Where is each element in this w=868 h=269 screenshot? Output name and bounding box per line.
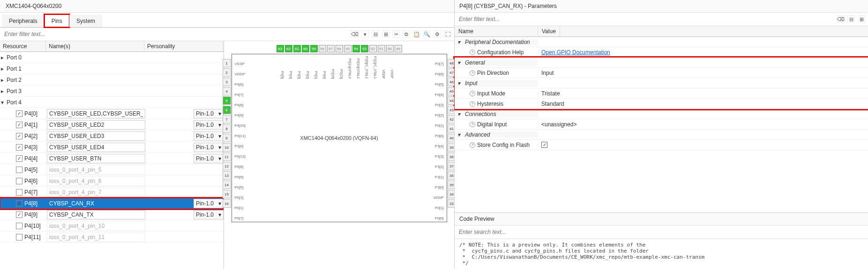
personality-select[interactable]: Pin-1.0▾	[194, 143, 224, 152]
chip-pin[interactable]: 15	[223, 190, 231, 198]
chip-pin[interactable]: 40	[448, 134, 455, 142]
col-name[interactable]: Name(s)	[46, 41, 144, 51]
chip-pin[interactable]: 57	[327, 45, 335, 52]
chip-pin[interactable]: 63	[277, 45, 284, 52]
val-input-mode[interactable]: Tristate	[538, 90, 868, 97]
chip-pin[interactable]: 11	[223, 153, 231, 161]
pin-row[interactable]: P4[6]	[0, 175, 224, 187]
pin-row[interactable]: ✓P4[9]Pin-1.0▾	[0, 209, 224, 220]
help-icon[interactable]: ?	[470, 142, 475, 148]
chip-pin[interactable]: 36	[448, 171, 455, 180]
pin-checkbox[interactable]: ✓	[16, 110, 22, 117]
paste-icon[interactable]: 📋	[413, 30, 420, 38]
param-col-name[interactable]: Name	[455, 26, 538, 36]
chip-pin[interactable]: 4	[223, 87, 231, 95]
pin-row[interactable]: ✓P4[2]Pin-1.0▾	[0, 131, 224, 142]
port-row[interactable]: ▸ Port 3	[0, 86, 224, 97]
chip-pin[interactable]: 43	[448, 106, 455, 114]
chip-pin[interactable]: 13	[223, 171, 231, 180]
pin-name-input[interactable]	[47, 221, 145, 231]
chip-pin[interactable]: 49	[395, 45, 402, 52]
section-advanced[interactable]: Advanced	[465, 131, 490, 138]
help-icon[interactable]: ?	[470, 70, 475, 76]
tab-pins[interactable]: Pins	[45, 15, 69, 27]
pin-name-input[interactable]	[47, 199, 145, 208]
open-gpio-doc-link[interactable]: Open GPIO Documentation	[541, 49, 610, 56]
personality-select[interactable]: Pin-1.0▾	[194, 109, 224, 118]
pin-row[interactable]: ✓P4[1]Pin-1.0▾	[0, 119, 224, 131]
personality-select[interactable]: Pin-1.0▾	[194, 154, 224, 163]
cut-icon[interactable]: ✂	[392, 30, 400, 38]
copy-icon[interactable]: ⧉	[403, 30, 410, 38]
chip-pin[interactable]: 59	[310, 45, 318, 52]
chip-pin[interactable]: 46	[448, 78, 455, 86]
pin-row[interactable]: ✓P4[8]Pin-1.0▾	[0, 198, 224, 209]
chip-pin[interactable]: 56	[336, 45, 343, 52]
pin-checkbox[interactable]: ✓	[16, 122, 22, 128]
chip-pin[interactable]: 48	[448, 59, 455, 67]
pin-name-input[interactable]	[47, 120, 145, 130]
help-icon[interactable]: ?	[470, 91, 475, 96]
personality-select[interactable]: Pin-1.0▾	[194, 199, 224, 208]
chip-pin[interactable]: 50	[386, 45, 394, 52]
chip-pin[interactable]: 5	[223, 96, 231, 105]
pin-checkbox[interactable]	[16, 223, 22, 229]
pin-checkbox[interactable]: ✓	[16, 155, 22, 162]
chip-pin[interactable]: 16	[223, 199, 231, 208]
pin-name-input[interactable]	[47, 143, 145, 152]
personality-select[interactable]: Pin-1.0▾	[194, 120, 224, 130]
chip-pin[interactable]: 35	[448, 181, 455, 189]
params-filter-input[interactable]	[457, 15, 835, 24]
chip-pin[interactable]: 41	[448, 124, 455, 133]
chip-pin[interactable]: 55	[344, 45, 352, 52]
chip-pin[interactable]: 42	[448, 115, 455, 124]
pin-row[interactable]: P4[5]	[0, 164, 224, 175]
chip-pin[interactable]: 33	[448, 199, 455, 208]
search-icon[interactable]: 🔍	[423, 30, 431, 38]
chip-pin[interactable]: 38	[448, 153, 455, 161]
port-row[interactable]: ▾ Port 4	[0, 97, 224, 108]
personality-select[interactable]: Pin-1.0▾	[194, 131, 224, 141]
chip-pin[interactable]: 6	[223, 106, 231, 114]
pin-checkbox[interactable]	[16, 234, 22, 240]
pin-checkbox[interactable]: ✓	[16, 211, 22, 218]
chip-pin[interactable]: 53	[361, 45, 368, 52]
pin-row[interactable]: P4[10]	[0, 220, 224, 232]
val-digital-input[interactable]: <unassigned>	[538, 121, 868, 128]
pin-row[interactable]: P4[7]	[0, 187, 224, 198]
pin-row[interactable]: ✓P4[3]Pin-1.0▾	[0, 142, 224, 153]
section-connections[interactable]: Connections	[465, 111, 496, 117]
chip-pin[interactable]: 12	[223, 162, 231, 170]
collapse-icon[interactable]: ⊟	[372, 30, 379, 38]
chip-pin[interactable]: 45	[448, 87, 455, 95]
tab-peripherals[interactable]: Peripherals	[2, 15, 45, 27]
section-input[interactable]: Input	[465, 80, 478, 87]
param-col-value[interactable]: Value	[538, 26, 560, 36]
pin-name-input[interactable]	[47, 154, 145, 163]
chip-pin[interactable]: 7	[223, 115, 231, 124]
pin-name-input[interactable]	[47, 109, 145, 118]
chip-pin[interactable]: 2	[223, 68, 231, 77]
chip-pin[interactable]: 61	[293, 45, 301, 52]
personality-select[interactable]: Pin-1.0▾	[194, 210, 224, 219]
code-search-input[interactable]	[457, 227, 865, 237]
col-personality[interactable]: Personality	[144, 41, 223, 51]
tree-filter-input[interactable]	[3, 29, 349, 39]
collapse-icon[interactable]: ⊟	[847, 15, 855, 23]
expand-icon[interactable]: ⊞	[858, 15, 865, 23]
chip-pin[interactable]: 54	[352, 45, 360, 52]
chip-pin[interactable]: 39	[448, 143, 455, 152]
val-pin-direction[interactable]: Input	[538, 70, 868, 76]
col-resource[interactable]: Resource	[0, 41, 46, 51]
chip-pin[interactable]: 44	[448, 96, 455, 105]
chip-pin[interactable]: 34	[448, 190, 455, 198]
pin-checkbox[interactable]: ✓	[16, 133, 22, 139]
help-icon[interactable]: ?	[470, 50, 475, 55]
store-config-checkbox[interactable]: ✓	[541, 142, 547, 148]
pin-name-input[interactable]	[47, 210, 145, 219]
pin-checkbox[interactable]	[16, 167, 22, 173]
pin-checkbox[interactable]: ✓	[16, 144, 22, 151]
help-icon[interactable]: ?	[470, 122, 475, 127]
port-row[interactable]: ▸ Port 2	[0, 74, 224, 86]
settings-icon[interactable]: ⚙	[434, 30, 441, 38]
